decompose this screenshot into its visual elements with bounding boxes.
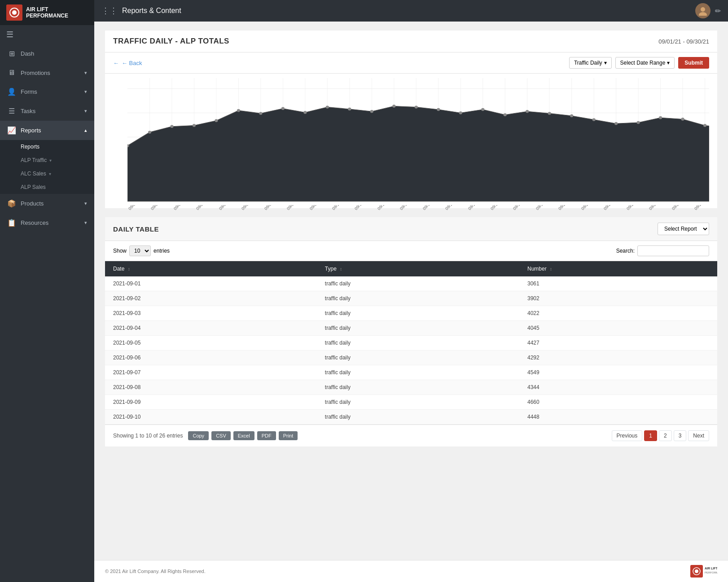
svg-point-69: [659, 116, 662, 119]
cell-type: traffic daily: [317, 321, 519, 336]
cell-number: 4022: [519, 306, 717, 321]
entries-label: entries: [153, 248, 170, 254]
svg-point-63: [526, 110, 529, 113]
cell-number: 4427: [519, 336, 717, 350]
page-2-button[interactable]: 2: [659, 430, 672, 441]
svg-point-64: [548, 112, 551, 114]
date-range-dropdown[interactable]: Select Date Range ▾: [615, 57, 675, 69]
cell-date: 2021-09-10: [105, 410, 317, 424]
cell-date: 2021-09-06: [105, 350, 317, 365]
submit-button[interactable]: Submit: [678, 57, 709, 69]
svg-point-62: [504, 114, 507, 116]
cell-type: traffic daily: [317, 276, 519, 291]
table-row: 2021-09-06 traffic daily 4292: [105, 350, 717, 365]
back-button[interactable]: ← ← Back: [113, 60, 142, 66]
forms-icon: 👤: [7, 88, 16, 96]
sidebar: AIR LIFTPERFORMANCE ☰ ⊞ Dash 🖥 Promotion…: [0, 0, 94, 582]
table-controls: Show 10 25 50 entries Search:: [105, 241, 717, 261]
svg-point-47: [170, 125, 173, 127]
sidebar-item-promotions[interactable]: 🖥 Promotions ▾: [0, 63, 94, 82]
excel-button[interactable]: Excel: [233, 431, 254, 440]
chevron-down-icon: ▾: [84, 201, 87, 206]
submenu-label: ALC Sales: [21, 171, 46, 177]
pdf-button[interactable]: PDF: [257, 431, 276, 440]
sidebar-item-label: Dash: [21, 50, 87, 57]
chart-date-range: 09/01/21 - 09/30/21: [658, 38, 709, 45]
svg-point-46: [148, 131, 151, 133]
chart-toolbar-right: Traffic Daily ▾ Select Date Range ▾ Subm…: [569, 57, 709, 69]
products-icon: 📦: [7, 199, 16, 208]
svg-point-61: [481, 108, 484, 111]
chevron-down-icon: ▾: [84, 89, 87, 95]
reports-submenu: Reports ALP Traffic ▾ ALC Sales ▾ ALP Sa…: [0, 140, 94, 194]
chart-title: TRAFFIC DAILY - ALP TOTALS: [113, 37, 229, 46]
table-row: 2021-09-05 traffic daily 4427: [105, 336, 717, 350]
page-3-button[interactable]: 3: [674, 430, 687, 441]
svg-point-70: [681, 118, 684, 120]
sidebar-item-label: Resources: [21, 219, 80, 226]
hamburger-button[interactable]: ☰: [0, 25, 94, 44]
col-date[interactable]: Date ↕: [105, 261, 317, 276]
showing-text: Showing 1 to 10 of 26 entries: [113, 433, 183, 439]
print-button[interactable]: Print: [279, 431, 298, 440]
svg-point-54: [326, 105, 329, 108]
edit-icon[interactable]: ✏: [715, 7, 721, 15]
table-row: 2021-09-09 traffic daily 4660: [105, 395, 717, 410]
svg-point-67: [614, 122, 618, 125]
topbar: ⋮⋮ Reports & Content ✏: [94, 0, 728, 22]
svg-point-48: [193, 124, 196, 127]
sidebar-item-reports[interactable]: 📈 Reports ▴: [0, 121, 94, 140]
table-row: 2021-09-08 traffic daily 4344: [105, 380, 717, 395]
cell-number: 4045: [519, 321, 717, 336]
page-1-button[interactable]: 1: [644, 430, 657, 441]
footer: © 2021 Air Lift Company. All Rights Rese…: [94, 560, 728, 582]
report-type-dropdown[interactable]: Traffic Daily ▾: [569, 57, 612, 69]
col-number[interactable]: Number ↕: [519, 261, 717, 276]
previous-page-button[interactable]: Previous: [612, 430, 643, 441]
entries-select[interactable]: 10 25 50: [129, 245, 151, 256]
sidebar-item-label: Tasks: [21, 108, 80, 114]
cell-type: traffic daily: [317, 306, 519, 321]
data-table: Date ↕ Type ↕ Number ↕: [105, 261, 717, 424]
table-section: DAILY TABLE Select Report Show 10 25 50 …: [105, 217, 717, 446]
sidebar-item-resources[interactable]: 📋 Resources ▾: [0, 213, 94, 232]
svg-marker-44: [127, 106, 709, 201]
show-label: Show: [113, 248, 127, 254]
submenu-label: ALP Traffic: [21, 157, 47, 163]
tasks-icon: ☰: [7, 107, 16, 115]
chevron-down-icon: ▾: [604, 60, 607, 66]
cell-number: 4292: [519, 350, 717, 365]
submenu-item-alc-sales[interactable]: ALC Sales ▾: [0, 167, 94, 180]
chart-header: TRAFFIC DAILY - ALP TOTALS 09/01/21 - 09…: [105, 31, 717, 53]
cell-date: 2021-09-05: [105, 336, 317, 350]
show-entries: Show 10 25 50 entries: [113, 245, 170, 256]
reports-icon: 📈: [7, 126, 16, 135]
csv-button[interactable]: CSV: [211, 431, 231, 440]
submenu-item-alp-traffic[interactable]: ALP Traffic ▾: [0, 153, 94, 167]
sidebar-item-tasks[interactable]: ☰ Tasks ▾: [0, 101, 94, 121]
sidebar-item-products[interactable]: 📦 Products ▾: [0, 194, 94, 213]
svg-point-50: [237, 109, 240, 112]
next-page-button[interactable]: Next: [688, 430, 709, 441]
cell-date: 2021-09-01: [105, 276, 317, 291]
search-input[interactable]: [637, 245, 709, 256]
cell-date: 2021-09-03: [105, 306, 317, 321]
svg-text:AIR LIFT: AIR LIFT: [705, 567, 717, 570]
dash-icon: ⊞: [7, 49, 16, 58]
chevron-right-icon: ▾: [49, 158, 52, 163]
table-row: 2021-09-03 traffic daily 4022: [105, 306, 717, 321]
chart-section: TRAFFIC DAILY - ALP TOTALS 09/01/21 - 09…: [105, 31, 717, 208]
sidebar-item-dash[interactable]: ⊞ Dash: [0, 44, 94, 63]
table-row: 2021-09-01 traffic daily 3061: [105, 276, 717, 291]
resources-icon: 📋: [7, 219, 16, 227]
select-report-dropdown[interactable]: Select Report: [658, 223, 709, 235]
table-row: 2021-09-07 traffic daily 4549: [105, 365, 717, 380]
sidebar-item-forms[interactable]: 👤 Forms ▾: [0, 82, 94, 101]
col-type[interactable]: Type ↕: [317, 261, 519, 276]
copy-button[interactable]: Copy: [188, 431, 209, 440]
chevron-down-icon: ▾: [84, 108, 87, 114]
submenu-item-alp-sales[interactable]: ALP Sales: [0, 180, 94, 194]
chevron-down-icon: ▾: [84, 70, 87, 76]
submenu-item-reports[interactable]: Reports: [0, 140, 94, 153]
avatar: [695, 3, 710, 18]
